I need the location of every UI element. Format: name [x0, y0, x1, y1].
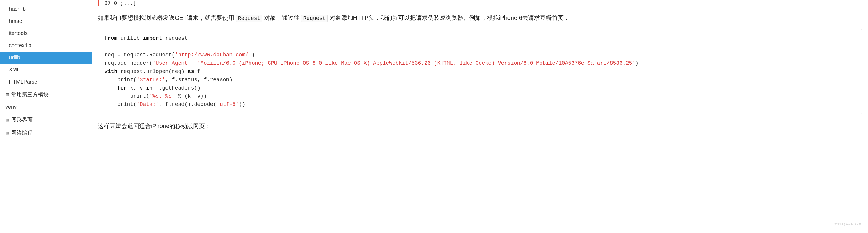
sidebar-item-urllib[interactable]: urllib: [0, 52, 92, 64]
sidebar-item-hashlib[interactable]: hashlib: [0, 3, 92, 15]
code-text: print(: [104, 101, 136, 107]
sidebar-section-label: 网络编程: [11, 129, 33, 136]
code-block-main: from urllib import request req = request…: [98, 29, 862, 114]
code-text: print(: [104, 93, 149, 99]
sidebar-item-contextlib[interactable]: contextlib: [0, 39, 92, 52]
main-content: 07 0 ;...] 如果我们要想模拟浏览器发送GET请求，就需要使用 Requ…: [92, 0, 868, 233]
code-text: ,: [191, 60, 197, 66]
code-keyword: from: [104, 35, 117, 41]
code-keyword: as: [188, 68, 194, 75]
inline-code-request-1: Request: [236, 15, 262, 22]
sidebar: hashlib hmac itertools contextlib urllib…: [0, 0, 92, 233]
code-text: request: [162, 35, 187, 41]
code-text: [104, 85, 117, 91]
code-text: ): [252, 52, 255, 58]
code-text: f.getheaders():: [152, 85, 204, 91]
expand-icon: ⊞: [5, 117, 9, 122]
code-keyword: for: [117, 85, 127, 91]
code-text: print(: [104, 77, 136, 83]
code-string: 'http://www.douban.com/': [175, 52, 252, 58]
code-keyword: with: [104, 68, 117, 75]
text: 如果我们要想模拟浏览器发送GET请求，就需要使用: [98, 14, 236, 21]
sidebar-item-hmac[interactable]: hmac: [0, 15, 92, 27]
sidebar-item-venv[interactable]: venv: [0, 101, 92, 113]
code-text: % (k, v)): [175, 93, 207, 99]
code-text: k, v: [127, 85, 146, 91]
code-text: req.add_header(: [104, 60, 152, 66]
sidebar-item-itertools[interactable]: itertools: [0, 27, 92, 39]
paragraph-1: 如果我们要想模拟浏览器发送GET请求，就需要使用 Request 对象，通过往 …: [98, 12, 862, 23]
code-text: urllib: [117, 35, 143, 41]
code-text: )): [239, 101, 245, 107]
code-fragment-top: 07 0 ;...]: [98, 0, 862, 6]
code-string: 'Data:': [136, 101, 159, 107]
expand-icon: ⊞: [5, 92, 9, 97]
code-text: request.urlopen(req): [117, 68, 188, 75]
paragraph-2: 这样豆瓣会返回适合iPhone的移动版网页：: [98, 120, 862, 132]
code-keyword: in: [146, 85, 152, 91]
sidebar-section-gui[interactable]: ⊞ 图形界面: [0, 113, 92, 126]
text: 对象，通过往: [262, 14, 301, 21]
code-text: ): [635, 60, 639, 66]
sidebar-section-label: 图形界面: [11, 116, 33, 123]
code-text: , f.status, f.reason): [165, 77, 232, 83]
sidebar-item-xml[interactable]: XML: [0, 64, 92, 76]
code-string: 'Mozilla/6.0 (iPhone; CPU iPhone OS 8_0 …: [197, 60, 635, 66]
code-string: 'utf-8': [216, 101, 239, 107]
code-string: '%s: %s': [149, 93, 175, 99]
inline-code-request-2: Request: [301, 15, 328, 22]
code-text: f:: [194, 68, 204, 75]
sidebar-section-label: 常用第三方模块: [11, 91, 49, 98]
code-string: 'Status:': [136, 77, 165, 83]
watermark: CSDN @waterkid0: [834, 222, 861, 226]
sidebar-section-network[interactable]: ⊞ 网络编程: [0, 126, 92, 139]
code-text: req = request.Request(: [104, 52, 175, 58]
text: 对象添加HTTP头，我们就可以把请求伪装成浏览器。例如，模拟iPhone 6去请…: [328, 14, 569, 21]
code-string: 'User-Agent': [152, 60, 191, 66]
sidebar-item-htmlparser[interactable]: HTMLParser: [0, 76, 92, 88]
sidebar-section-thirdparty[interactable]: ⊞ 常用第三方模块: [0, 88, 92, 101]
code-keyword: import: [143, 35, 162, 41]
code-text: , f.read().decode(: [159, 101, 216, 107]
expand-icon: ⊞: [5, 130, 9, 135]
